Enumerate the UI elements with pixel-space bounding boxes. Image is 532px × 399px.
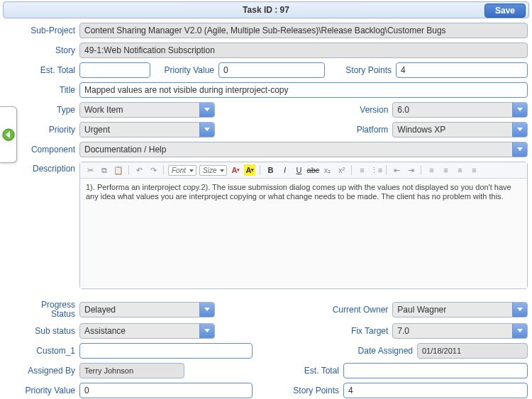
description-editor: ✂ ⧉ 📋 ↶ ↷ Font Size A▾ A▾ B I U abc x₂ x… — [79, 162, 528, 289]
back-arrow-icon — [2, 128, 15, 141]
align-left-icon[interactable]: ≡ — [426, 164, 437, 176]
label-component: Component — [20, 145, 79, 154]
subscript-icon[interactable]: x₂ — [321, 164, 333, 176]
label-fix-target: Fix Target — [328, 327, 392, 336]
component-select[interactable]: Documentation / Help — [79, 142, 528, 157]
chevron-down-icon — [517, 308, 523, 311]
label-assigned-by: Assigned By — [20, 366, 79, 376]
align-justify-icon[interactable]: ≡ — [468, 164, 480, 176]
story-points-input[interactable] — [396, 62, 528, 78]
version-select[interactable]: 6.0 — [392, 102, 528, 118]
label-date-assigned: Date Assigned — [353, 347, 417, 356]
bold-icon[interactable]: B — [265, 164, 276, 176]
align-right-icon[interactable]: ≡ — [454, 164, 465, 176]
align-center-icon[interactable]: ≡ — [440, 164, 451, 176]
italic-icon[interactable]: I — [279, 164, 290, 176]
font-select[interactable]: Font — [168, 165, 196, 176]
chevron-down-icon — [517, 128, 523, 131]
list-ordered-icon[interactable]: ≡ — [356, 164, 367, 176]
text-color-icon[interactable]: A▾ — [230, 164, 241, 176]
priority-value-input[interactable] — [218, 62, 325, 78]
label-current-owner: Current Owner — [328, 305, 392, 315]
type-select[interactable]: Work Item — [79, 102, 215, 118]
save-button[interactable]: Save — [484, 4, 526, 18]
superscript-icon[interactable]: x² — [336, 164, 347, 176]
chevron-down-icon — [517, 108, 523, 111]
chevron-down-icon — [204, 128, 210, 131]
platform-select[interactable]: Windows XP — [392, 122, 528, 137]
underline-icon[interactable]: U — [293, 164, 304, 176]
label-platform: Platform — [328, 125, 392, 135]
label-sub-project: Sub-Project — [20, 26, 79, 35]
label-progress-status: Progress Status — [20, 300, 79, 319]
paste-icon[interactable]: 📋 — [113, 164, 124, 176]
outdent-icon[interactable]: ⇤ — [391, 164, 402, 176]
est-total-input[interactable] — [79, 62, 150, 78]
fix-target-select[interactable]: 7.0 — [392, 323, 528, 339]
label-type: Type — [20, 106, 79, 115]
description-textarea[interactable]: 1). Performa an interproject copy.2). Th… — [80, 179, 527, 288]
label-est-total-2: Est. Total — [279, 366, 343, 376]
label-priority-value-2: Priority Value — [20, 386, 79, 395]
label-story-points-2: Story Points — [279, 386, 343, 395]
title-input[interactable] — [79, 82, 528, 98]
assigned-by-field: Terry Johnson — [79, 363, 184, 378]
size-select[interactable]: Size — [199, 165, 227, 176]
progress-status-select[interactable]: Delayed — [79, 302, 215, 317]
strike-icon[interactable]: abc — [307, 164, 318, 176]
label-description: Description — [20, 162, 79, 174]
undo-icon[interactable]: ↶ — [133, 164, 145, 176]
story-points-2-input[interactable] — [343, 383, 528, 398]
task-form: Sub-Project Content Sharing Manager V2.0… — [20, 23, 528, 399]
chevron-down-icon — [517, 329, 523, 332]
indent-icon[interactable]: ⇥ — [405, 164, 416, 176]
label-priority: Priority — [20, 125, 79, 135]
header-bar: Task ID : 97 Save — [3, 1, 529, 18]
label-version: Version — [328, 106, 392, 115]
story-field: 49-1:Web Notification Subscription — [79, 43, 528, 58]
side-handle[interactable] — [0, 106, 17, 163]
chevron-down-icon — [517, 147, 523, 151]
priority-value-2-input[interactable] — [79, 383, 253, 398]
redo-icon[interactable]: ↷ — [148, 164, 159, 176]
est-total-2-input[interactable] — [343, 363, 528, 378]
custom-1-input[interactable] — [79, 343, 253, 359]
chevron-down-icon — [204, 308, 210, 311]
label-est-total: Est. Total — [20, 66, 79, 75]
current-owner-select[interactable]: Paul Wagner — [392, 302, 528, 317]
priority-select[interactable]: Urgent — [79, 122, 215, 137]
highlight-icon[interactable]: A▾ — [244, 164, 255, 176]
cut-icon[interactable]: ✂ — [84, 164, 96, 176]
chevron-down-icon — [204, 108, 210, 111]
list-bullet-icon[interactable]: ⋮≡ — [370, 164, 382, 176]
label-title: Title — [20, 86, 79, 95]
chevron-down-icon — [204, 329, 210, 332]
label-story: Story — [20, 46, 79, 55]
editor-toolbar: ✂ ⧉ 📋 ↶ ↷ Font Size A▾ A▾ B I U abc x₂ x… — [80, 162, 527, 179]
label-custom-1: Custom_1 — [20, 347, 79, 356]
sub-status-select[interactable]: Assistance — [79, 323, 215, 339]
label-story-points: Story Points — [325, 66, 396, 75]
sub-project-field: Content Sharing Manager V2.0 (Agile, Mul… — [79, 23, 528, 38]
page-title: Task ID : 97 — [243, 5, 289, 15]
label-sub-status: Sub status — [20, 327, 79, 336]
copy-icon[interactable]: ⧉ — [99, 164, 110, 176]
date-assigned-field: 01/18/2011 — [417, 343, 528, 359]
label-priority-value: Priority Value — [150, 66, 218, 75]
